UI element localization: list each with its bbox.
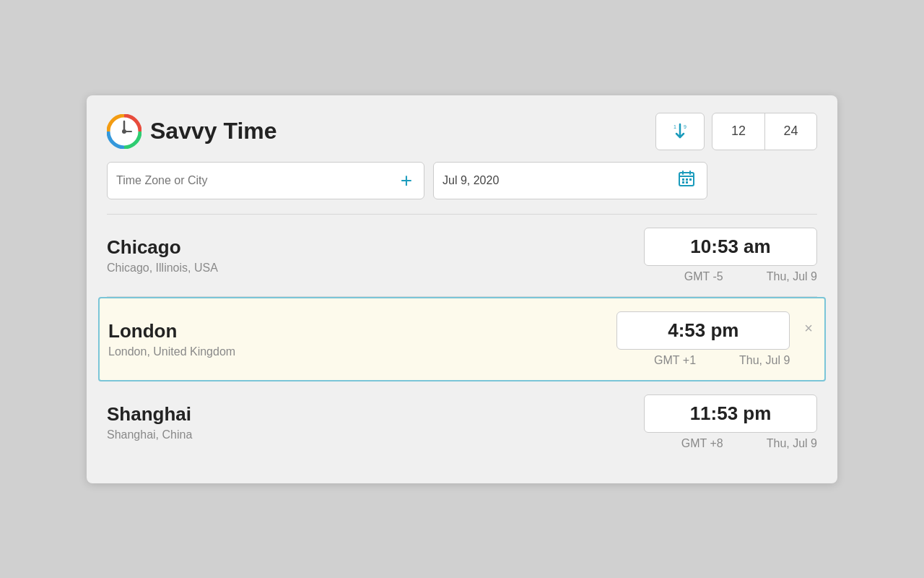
london-gmt: GMT +1 (654, 354, 696, 367)
logo-icon (107, 114, 141, 149)
calendar-button[interactable] (675, 170, 698, 191)
timezone-info-chicago: Chicago Chicago, Illinois, USA (107, 236, 644, 275)
search-box: + (107, 162, 424, 199)
timezone-row-chicago: Chicago Chicago, Illinois, USA 10:53 am … (107, 215, 817, 297)
chicago-gmt: GMT -5 (684, 270, 723, 283)
london-subtitle: London, United Kingdom (108, 345, 616, 358)
remove-london-button[interactable]: × (801, 317, 816, 340)
svg-text:1: 1 (674, 124, 676, 129)
london-city: London (108, 320, 616, 342)
app-title: Savvy Time (150, 118, 277, 144)
chicago-city: Chicago (107, 236, 644, 259)
header-controls: 1 9 12 24 (655, 113, 817, 150)
shanghai-meta: GMT +8 Thu, Jul 9 (681, 437, 817, 450)
chicago-day: Thu, Jul 9 (767, 270, 817, 283)
svg-text:9: 9 (684, 124, 687, 129)
add-timezone-button[interactable]: + (398, 171, 415, 191)
shanghai-right: 11:53 pm GMT +8 Thu, Jul 9 (644, 394, 817, 450)
london-day: Thu, Jul 9 (739, 354, 790, 367)
shanghai-subtitle: Shanghai, China (107, 428, 644, 441)
timezone-list: Chicago Chicago, Illinois, USA 10:53 am … (107, 215, 817, 463)
time-format-group: 12 24 (712, 113, 817, 150)
timezone-row-london: London London, United Kingdom 4:53 pm GM… (98, 297, 826, 381)
format-24-button[interactable]: 24 (764, 113, 816, 150)
date-box (433, 162, 707, 199)
timezone-info-london: London London, United Kingdom (108, 320, 616, 358)
shanghai-time: 11:53 pm (644, 394, 817, 433)
date-input[interactable] (443, 174, 669, 187)
chicago-subtitle: Chicago, Illinois, USA (107, 262, 644, 275)
header-row: Savvy Time 1 9 12 24 (107, 113, 817, 150)
search-row: + (107, 162, 817, 215)
svg-rect-11 (682, 178, 684, 181)
logo-area: Savvy Time (107, 114, 277, 149)
chicago-time: 10:53 am (644, 228, 817, 266)
svg-rect-14 (682, 181, 684, 184)
sort-icon: 1 9 (670, 121, 690, 142)
svg-rect-12 (686, 178, 688, 181)
chicago-meta: GMT -5 Thu, Jul 9 (684, 270, 817, 283)
london-time: 4:53 pm (616, 311, 790, 350)
shanghai-city: Shanghai (107, 403, 644, 426)
sort-button[interactable]: 1 9 (655, 113, 705, 150)
app-container: Savvy Time 1 9 12 24 + (87, 95, 837, 483)
chicago-right: 10:53 am GMT -5 Thu, Jul 9 (644, 228, 817, 283)
shanghai-day: Thu, Jul 9 (767, 437, 817, 450)
london-meta: GMT +1 Thu, Jul 9 (654, 354, 790, 367)
timezone-info-shanghai: Shanghai Shanghai, China (107, 403, 644, 441)
london-right: 4:53 pm GMT +1 Thu, Jul 9 (616, 311, 790, 367)
svg-rect-15 (686, 181, 688, 184)
svg-rect-13 (689, 178, 692, 181)
format-12-button[interactable]: 12 (712, 113, 764, 150)
calendar-icon (678, 170, 695, 187)
search-input[interactable] (116, 174, 392, 187)
shanghai-gmt: GMT +8 (681, 437, 723, 450)
timezone-row-shanghai: Shanghai Shanghai, China 11:53 pm GMT +8… (107, 381, 817, 463)
